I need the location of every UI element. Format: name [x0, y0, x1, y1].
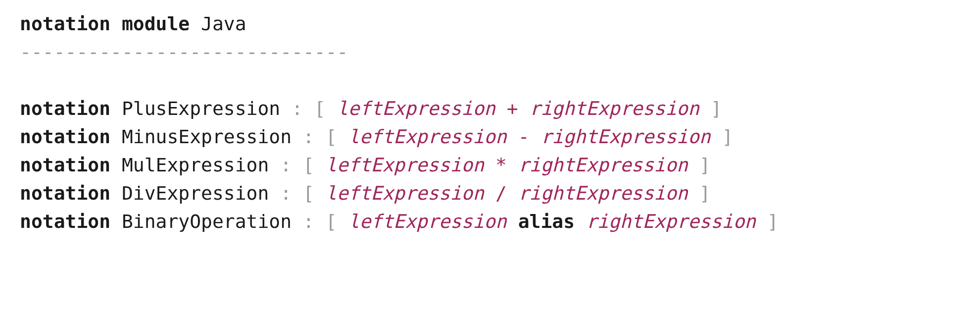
- right-expression-ref: rightExpression: [518, 154, 688, 176]
- left-expression-ref: leftExpression: [326, 182, 484, 204]
- keyword-notation: notation: [20, 211, 110, 232]
- divider: -----------------------------: [20, 38, 960, 66]
- operator-symbol: +: [507, 98, 518, 119]
- close-bracket: ]: [699, 182, 711, 204]
- notation-name: MinusExpression: [122, 126, 292, 148]
- keyword-notation: notation: [20, 182, 110, 204]
- notation-list: notation PlusExpression : [ leftExpressi…: [20, 95, 960, 236]
- left-expression-ref: leftExpression: [337, 98, 495, 119]
- notation-line: notation DivExpression : [ leftExpressio…: [20, 179, 960, 208]
- operator-symbol: /: [495, 182, 507, 204]
- notation-name: DivExpression: [122, 182, 269, 204]
- notation-name: BinaryOperation: [122, 211, 292, 232]
- operator-symbol: -: [518, 126, 530, 148]
- keyword-module: module: [122, 13, 190, 35]
- left-expression-ref: leftExpression: [348, 126, 507, 148]
- open-bracket: [: [314, 98, 326, 119]
- notation-line: notation PlusExpression : [ leftExpressi…: [20, 95, 960, 123]
- open-bracket: [: [326, 126, 337, 148]
- notation-line: notation MulExpression : [ leftExpressio…: [20, 151, 960, 179]
- notation-line: notation MinusExpression : [ leftExpress…: [20, 123, 960, 151]
- right-expression-ref: rightExpression: [518, 182, 688, 204]
- notation-line: notation BinaryOperation : [ leftExpress…: [20, 208, 960, 236]
- close-bracket: ]: [767, 211, 779, 232]
- module-header: notation module Java: [20, 10, 960, 38]
- module-name: Java: [201, 13, 246, 35]
- close-bracket: ]: [711, 98, 722, 119]
- colon-separator: :: [292, 211, 326, 232]
- right-expression-ref: rightExpression: [586, 211, 756, 232]
- keyword-notation: notation: [20, 13, 110, 35]
- open-bracket: [: [326, 211, 337, 232]
- colon-separator: :: [269, 182, 303, 204]
- keyword-notation: notation: [20, 98, 110, 119]
- operator-symbol: *: [495, 154, 507, 176]
- right-expression-ref: rightExpression: [530, 98, 699, 119]
- operator-keyword: alias: [518, 211, 575, 232]
- keyword-notation: notation: [20, 154, 110, 176]
- close-bracket: ]: [722, 126, 734, 148]
- open-bracket: [: [303, 154, 314, 176]
- right-expression-ref: rightExpression: [540, 126, 710, 148]
- left-expression-ref: leftExpression: [326, 154, 484, 176]
- blank-line: [20, 66, 960, 95]
- open-bracket: [: [303, 182, 314, 204]
- colon-separator: :: [280, 98, 314, 119]
- left-expression-ref: leftExpression: [348, 211, 507, 232]
- colon-separator: :: [292, 126, 326, 148]
- keyword-notation: notation: [20, 126, 110, 148]
- close-bracket: ]: [699, 154, 711, 176]
- notation-name: MulExpression: [122, 154, 269, 176]
- colon-separator: :: [269, 154, 303, 176]
- notation-name: PlusExpression: [122, 98, 280, 119]
